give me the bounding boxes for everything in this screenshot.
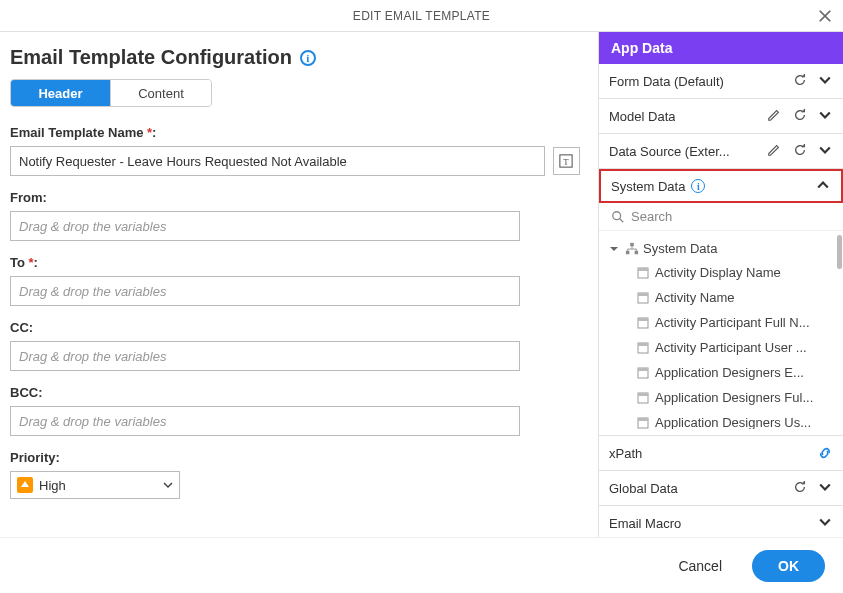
accordion-data-source[interactable]: Data Source (Exter... xyxy=(599,134,843,168)
chevron-down-icon xyxy=(819,144,833,158)
chevron-down-icon xyxy=(819,109,833,123)
refresh-icon[interactable] xyxy=(793,108,809,124)
chevron-down-icon xyxy=(163,480,173,490)
svg-rect-5 xyxy=(635,250,639,254)
from-label: From: xyxy=(10,190,580,205)
field-icon xyxy=(637,342,649,354)
template-name-label: Email Template Name *: xyxy=(10,125,580,140)
tree-collapse-icon[interactable] xyxy=(609,244,621,254)
to-input[interactable] xyxy=(10,276,520,306)
tree-leaf[interactable]: Activity Display Name xyxy=(637,260,839,285)
edit-icon[interactable] xyxy=(767,108,783,124)
field-icon xyxy=(637,367,649,379)
svg-point-2 xyxy=(613,211,621,219)
chevron-up-icon xyxy=(817,179,831,193)
info-icon[interactable]: i xyxy=(691,179,705,193)
svg-rect-7 xyxy=(638,268,648,271)
svg-rect-3 xyxy=(630,242,634,246)
field-icon xyxy=(637,292,649,304)
cc-input[interactable] xyxy=(10,341,520,371)
search-icon xyxy=(611,210,625,224)
svg-rect-17 xyxy=(638,393,648,396)
accordion-model-data[interactable]: Model Data xyxy=(599,99,843,133)
svg-rect-13 xyxy=(638,343,648,346)
field-icon xyxy=(637,267,649,279)
svg-rect-19 xyxy=(638,418,648,421)
app-data-header: App Data xyxy=(599,32,843,64)
text-variable-icon[interactable]: T xyxy=(553,147,580,175)
refresh-icon[interactable] xyxy=(793,73,809,89)
tree-leaf[interactable]: Activity Name xyxy=(637,285,839,310)
tree-node-system-data[interactable]: System Data xyxy=(609,237,839,260)
chevron-down-icon xyxy=(819,481,833,495)
cancel-button[interactable]: Cancel xyxy=(668,550,732,582)
refresh-icon[interactable] xyxy=(793,143,809,159)
tree-leaf[interactable]: Activity Participant Full N... xyxy=(637,310,839,335)
cc-label: CC: xyxy=(10,320,580,335)
tree-leaf[interactable]: Application Designers Ful... xyxy=(637,385,839,410)
priority-high-icon xyxy=(17,477,33,493)
scrollbar[interactable] xyxy=(837,235,842,269)
tabs: Header Content xyxy=(10,79,212,107)
priority-select[interactable]: High xyxy=(10,471,180,499)
tree-leaf[interactable]: Application Designers Us... xyxy=(637,410,839,429)
accordion-email-macro[interactable]: Email Macro xyxy=(599,506,843,537)
svg-text:T: T xyxy=(564,157,570,167)
to-label: To *: xyxy=(10,255,580,270)
accordion-form-data[interactable]: Form Data (Default) xyxy=(599,64,843,98)
template-name-input[interactable] xyxy=(10,146,545,176)
svg-rect-11 xyxy=(638,318,648,321)
field-icon xyxy=(637,392,649,404)
accordion-system-data[interactable]: System Data i xyxy=(599,169,843,203)
priority-label: Priority: xyxy=(10,450,580,465)
modal-title: EDIT EMAIL TEMPLATE xyxy=(353,9,490,23)
svg-rect-4 xyxy=(626,250,630,254)
from-input[interactable] xyxy=(10,211,520,241)
field-icon xyxy=(637,417,649,429)
search-input[interactable] xyxy=(631,209,833,224)
svg-rect-9 xyxy=(638,293,648,296)
ok-button[interactable]: OK xyxy=(752,550,825,582)
chevron-down-icon xyxy=(819,516,833,530)
tree-leaf[interactable]: Activity Participant User ... xyxy=(637,335,839,360)
field-icon xyxy=(637,317,649,329)
tab-content[interactable]: Content xyxy=(111,80,211,106)
edit-icon[interactable] xyxy=(767,143,783,159)
bcc-label: BCC: xyxy=(10,385,580,400)
svg-rect-15 xyxy=(638,368,648,371)
page-title: Email Template Configuration xyxy=(10,46,292,69)
tree-leaf[interactable]: Application Designers E... xyxy=(637,360,839,385)
priority-value: High xyxy=(39,478,66,493)
chevron-down-icon xyxy=(819,74,833,88)
tab-header[interactable]: Header xyxy=(11,80,111,106)
close-icon[interactable] xyxy=(815,6,835,26)
refresh-icon[interactable] xyxy=(793,480,809,496)
accordion-xpath[interactable]: xPath xyxy=(599,436,843,470)
bcc-input[interactable] xyxy=(10,406,520,436)
hierarchy-icon xyxy=(625,242,639,256)
link-icon[interactable] xyxy=(817,445,833,461)
accordion-global-data[interactable]: Global Data xyxy=(599,471,843,505)
info-icon[interactable]: i xyxy=(300,50,316,66)
